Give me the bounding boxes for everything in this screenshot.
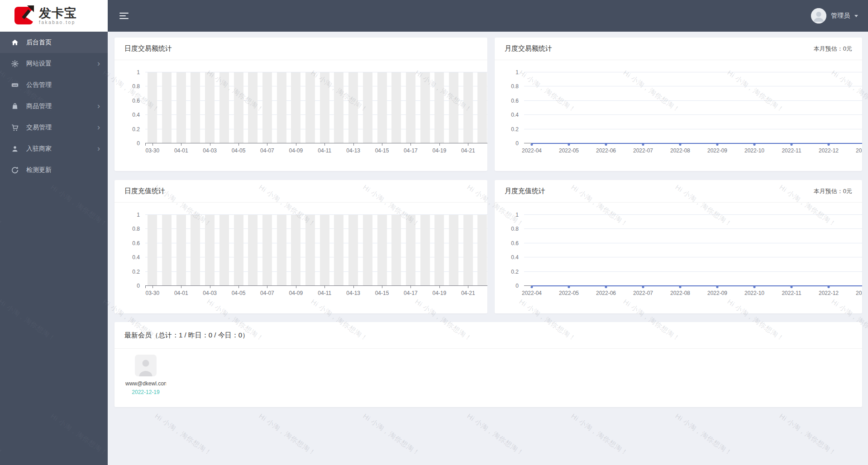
bar	[162, 215, 172, 285]
data-point-marker	[605, 286, 607, 288]
bar	[148, 72, 157, 143]
y-axis-label: 1	[137, 212, 140, 218]
chevron-right-icon: ›	[97, 102, 100, 110]
user-menu[interactable]: 管理员	[811, 8, 858, 24]
x-axis-tick	[382, 286, 382, 288]
data-point-marker	[605, 143, 607, 146]
x-axis-label: 04-15	[375, 147, 389, 154]
chevron-right-icon: ›	[97, 59, 100, 67]
x-axis-label: 04-05	[232, 147, 246, 154]
data-point-marker	[531, 143, 533, 146]
member-avatar	[135, 355, 157, 376]
y-axis-label: 1	[515, 212, 519, 218]
x-axis-tick	[181, 286, 181, 288]
x-axis-tick	[296, 143, 296, 146]
sidebar-item-2[interactable]: 网站设置›	[0, 53, 108, 74]
x-axis-label: 04-21	[461, 290, 475, 296]
x-axis-line	[145, 143, 487, 143]
y-axis-label: 1	[515, 69, 519, 76]
x-axis-tick	[267, 286, 267, 288]
sidebar-item-1[interactable]: 后台首页	[0, 32, 108, 53]
logo[interactable]: 发卡宝 fakabao.top	[0, 0, 108, 32]
x-axis-label: 04-07	[260, 290, 274, 296]
y-axis-label: 0	[515, 140, 519, 147]
bar	[248, 215, 258, 285]
x-axis-label: 2022-09	[707, 147, 727, 154]
bar	[477, 72, 487, 143]
bar	[334, 72, 343, 143]
data-point-marker	[568, 143, 570, 146]
x-axis-tick	[210, 286, 210, 288]
x-axis-label: 2022-08	[670, 290, 690, 296]
y-axis-label: 0.4	[132, 254, 140, 261]
y-axis-label: 0.8	[511, 226, 519, 232]
data-point-marker	[568, 286, 570, 288]
data-point-marker	[828, 286, 830, 288]
bar	[320, 215, 329, 285]
gridline	[524, 114, 862, 115]
bar	[148, 215, 157, 285]
x-axis-label: 04-03	[203, 290, 217, 296]
x-axis-label: 2022-12	[819, 290, 839, 296]
monthly-estimate-label: 本月预估：0元	[814, 45, 852, 53]
sidebar-item-6[interactable]: 入驻商家›	[0, 138, 108, 159]
x-axis-tick	[382, 143, 382, 146]
sidebar-item-7[interactable]: 检测更新	[0, 159, 108, 180]
plot-area: 00.20.40.60.8103-3004-0104-0304-0504-070…	[145, 72, 487, 143]
x-axis-tick	[181, 143, 181, 146]
panel-monthly-recharge: 月度充值统计 本月预估：0元 00.20.40.60.812022-042022…	[495, 180, 862, 313]
x-axis-tick	[353, 143, 354, 146]
bar	[291, 72, 300, 143]
x-axis-tick	[410, 143, 411, 146]
bar	[176, 215, 186, 285]
bar	[262, 72, 272, 143]
x-axis-label: 03-30	[145, 147, 159, 154]
merchant-user-icon	[10, 144, 19, 153]
bar	[262, 215, 272, 285]
x-axis-label: 2022-06	[596, 290, 616, 296]
bar	[363, 215, 372, 285]
data-point-marker	[642, 143, 644, 146]
x-axis-tick	[410, 286, 411, 288]
x-axis-tick	[267, 143, 267, 146]
x-axis-label: 2022-07	[633, 290, 653, 296]
monthly-estimate-label: 本月预估：0元	[814, 187, 852, 195]
update-refresh-icon	[10, 166, 19, 175]
x-axis-label: 2022-10	[744, 147, 764, 154]
bar	[391, 72, 401, 143]
bar	[377, 215, 387, 285]
sidebar-item-5[interactable]: 交易管理›	[0, 117, 108, 138]
x-axis-tick	[353, 286, 354, 288]
x-axis-label: 04-17	[404, 290, 418, 296]
sidebar-menu: 后台首页网站设置›NEW公告管理商品管理›交易管理›入驻商家›检测更新	[0, 32, 108, 180]
svg-text:NEW: NEW	[13, 84, 17, 86]
logo-subtitle: fakabao.top	[39, 20, 77, 25]
bar	[463, 72, 473, 143]
x-axis-label: 2022-05	[559, 147, 579, 154]
gridline	[524, 243, 862, 243]
sidebar-item-3[interactable]: NEW公告管理	[0, 74, 108, 95]
sidebar-item-4[interactable]: 商品管理›	[0, 95, 108, 117]
x-axis-label: 2023-01	[856, 290, 862, 296]
y-axis-label: 0.2	[132, 126, 140, 133]
sidebar-item-label: 交易管理	[26, 123, 52, 132]
x-axis-label: 2022-12	[819, 147, 839, 154]
data-point-marker	[716, 286, 719, 288]
gridline	[524, 214, 862, 215]
menu-toggle-button[interactable]	[119, 9, 129, 23]
x-axis-label: 2023-01	[856, 147, 862, 154]
cart-icon	[10, 123, 19, 132]
x-axis-tick	[153, 143, 153, 146]
y-axis-label: 0.4	[511, 112, 519, 118]
x-axis-line	[145, 285, 487, 286]
bar	[434, 72, 444, 143]
gridline	[524, 86, 862, 86]
gridline	[524, 228, 862, 229]
x-axis-tick	[210, 143, 210, 146]
x-axis-label: 2022-07	[633, 147, 653, 154]
y-axis-label: 0	[137, 140, 140, 147]
x-axis-tick	[153, 286, 153, 288]
data-point-marker	[791, 286, 793, 288]
bar	[434, 215, 444, 285]
panel-monthly-transactions: 月度交易额统计 本月预估：0元 00.20.40.60.812022-04202…	[495, 38, 862, 171]
